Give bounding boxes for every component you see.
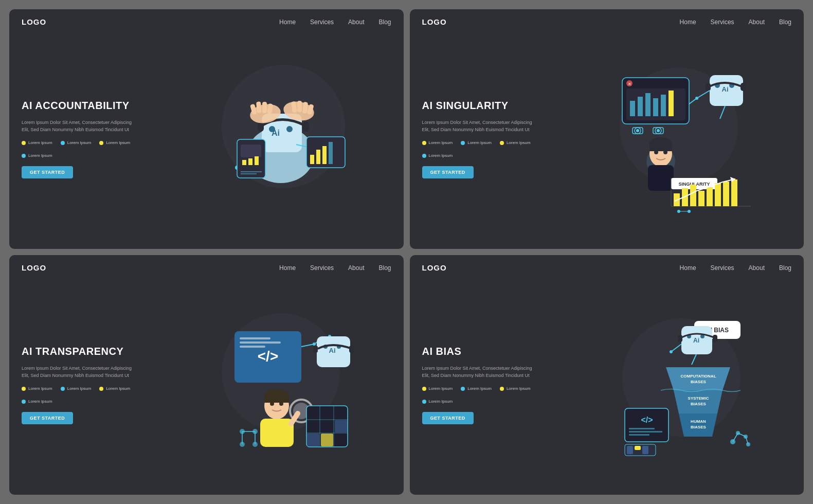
card-ai-singularity: LOGO Home Services About Blog AI SINGULA… xyxy=(410,9,804,249)
content-4: AI BIAS Lorem Ipsum Dolor Sit Amet, Cons… xyxy=(410,280,804,495)
svg-rect-137 xyxy=(713,335,717,342)
svg-rect-66 xyxy=(649,143,672,151)
dot-item-4d: Lorem Ipsum xyxy=(422,399,453,404)
dot-item-3d: Lorem Ipsum xyxy=(22,399,52,404)
svg-rect-52 xyxy=(638,97,643,116)
nav-services-3[interactable]: Services xyxy=(310,264,334,272)
nav-about-4[interactable]: About xyxy=(749,264,765,272)
nav-blog-4[interactable]: Blog xyxy=(779,264,791,272)
svg-transparency: </> Ai xyxy=(186,305,360,460)
nav-about-2[interactable]: About xyxy=(749,19,765,26)
dot-item-3c: Lorem Ipsum xyxy=(99,386,130,391)
nav-home-4[interactable]: Home xyxy=(680,264,696,272)
dots-3: Lorem Ipsum Lorem Ipsum Lorem Ipsum Lore… xyxy=(22,386,155,404)
svg-rect-103 xyxy=(260,419,294,447)
svg-text:COMPUTATIONAL: COMPUTATIONAL xyxy=(680,374,716,379)
nav-links-1: Home Services About Blog xyxy=(279,19,391,26)
svg-rect-91 xyxy=(240,346,265,348)
svg-rect-154 xyxy=(629,434,649,436)
cta-button-4[interactable]: GET STARTED xyxy=(422,412,474,424)
cta-button-1[interactable]: GET STARTED xyxy=(22,166,73,178)
nav-blog-2[interactable]: Blog xyxy=(779,19,791,26)
svg-text:✕: ✕ xyxy=(627,82,631,86)
svg-point-125 xyxy=(252,442,258,447)
card-ai-accountability: LOGO Home Services About Blog AI ACCOUNT… xyxy=(9,9,404,249)
nav-services-2[interactable]: Services xyxy=(711,19,734,26)
content-1: AI ACCOUNTABILITY Lorem Ipsum Dolor Sit … xyxy=(9,34,404,249)
svg-rect-30 xyxy=(241,145,261,157)
svg-rect-31 xyxy=(242,160,246,165)
svg-text:Ai: Ai xyxy=(721,85,728,93)
dot-yellow-1c xyxy=(99,141,103,145)
title-4: AI BIAS xyxy=(422,346,556,357)
nav-services-4[interactable]: Services xyxy=(711,264,734,272)
svg-point-140 xyxy=(670,350,673,353)
left-4: AI BIAS Lorem Ipsum Dolor Sit Amet, Cons… xyxy=(422,280,556,484)
svg-rect-90 xyxy=(240,341,281,344)
dot-yellow-2c xyxy=(500,141,504,145)
svg-rect-27 xyxy=(322,146,327,164)
nav-home-3[interactable]: Home xyxy=(279,264,296,272)
svg-rect-56 xyxy=(669,91,674,116)
logo-4: LOGO xyxy=(422,263,447,272)
nav-home-1[interactable]: Home xyxy=(279,19,296,26)
svg-rect-21 xyxy=(297,101,302,112)
svg-rect-77 xyxy=(698,191,704,206)
svg-rect-101 xyxy=(313,346,318,353)
svg-rect-118 xyxy=(307,434,319,446)
content-3: AI TRANSPARENCY Lorem Ipsum Dolor Sit Am… xyxy=(9,280,404,495)
svg-rect-157 xyxy=(635,446,641,450)
svg-point-107 xyxy=(270,402,274,406)
dot-item-3a: Lorem Ipsum xyxy=(22,386,52,391)
svg-rect-136 xyxy=(678,335,682,342)
left-1: AI ACCOUNTABILITY Lorem Ipsum Dolor Sit … xyxy=(22,34,155,239)
svg-point-68 xyxy=(663,150,667,154)
nav-blog-1[interactable]: Blog xyxy=(378,19,391,26)
svg-rect-156 xyxy=(627,446,633,454)
svg-rect-55 xyxy=(661,95,666,116)
svg-text:Ai: Ai xyxy=(693,337,699,344)
svg-rect-32 xyxy=(248,158,252,165)
svg-point-61 xyxy=(657,129,660,132)
title-1: AI ACCOUNTABILITY xyxy=(22,100,155,112)
dot-blue-4b xyxy=(461,387,465,391)
navbar-3: LOGO Home Services About Blog xyxy=(9,255,404,280)
illustration-4: AI BIAS Ai COMPUTATIONAL BIASES xyxy=(556,280,792,484)
nav-services-1[interactable]: Services xyxy=(310,19,334,26)
title-3: AI TRANSPARENCY xyxy=(22,346,155,357)
dot-item-1b: Lorem Ipsum xyxy=(61,140,92,145)
cta-button-3[interactable]: GET STARTED xyxy=(22,412,73,424)
desc-4: Lorem Ipsum Dolor Sit Amet, Consectetuer… xyxy=(422,365,556,380)
dot-blue-1d xyxy=(22,154,26,158)
cta-button-2[interactable]: GET STARTED xyxy=(422,166,474,178)
svg-rect-51 xyxy=(630,101,635,116)
svg-rect-25 xyxy=(310,155,314,164)
svg-rect-78 xyxy=(707,187,713,206)
svg-text:</>: </> xyxy=(258,348,278,364)
svg-rect-80 xyxy=(723,182,729,206)
nav-links-4: Home Services About Blog xyxy=(680,264,791,272)
desc-2: Lorem Ipsum Dolor Sit Amet, Consectetuer… xyxy=(422,119,556,134)
nav-about-1[interactable]: About xyxy=(348,19,364,26)
illustration-1: Ai xyxy=(155,34,391,239)
dot-item-2a: Lorem Ipsum xyxy=(422,140,453,145)
svg-rect-150 xyxy=(625,408,669,442)
card-ai-bias: LOGO Home Services About Blog AI BIAS Lo… xyxy=(410,255,804,495)
svg-rect-79 xyxy=(715,183,721,206)
dot-yellow-1a xyxy=(22,141,26,145)
nav-blog-3[interactable]: Blog xyxy=(378,264,391,272)
dot-item-2d: Lorem Ipsum xyxy=(422,153,453,158)
dot-blue-3d xyxy=(22,400,26,404)
dot-blue-4d xyxy=(422,400,426,404)
dot-blue-2d xyxy=(422,154,426,158)
dot-yellow-3a xyxy=(22,387,26,391)
svg-point-127 xyxy=(240,442,245,447)
illustration-3: </> Ai xyxy=(155,280,391,484)
svg-rect-158 xyxy=(642,446,648,454)
nav-about-3[interactable]: About xyxy=(348,264,364,272)
dot-item-2c: Lorem Ipsum xyxy=(500,140,531,145)
dot-item-4c: Lorem Ipsum xyxy=(500,386,531,391)
nav-home-2[interactable]: Home xyxy=(680,19,696,26)
svg-text:BIASES: BIASES xyxy=(691,402,706,406)
desc-3: Lorem Ipsum Dolor Sit Amet, Consectetuer… xyxy=(22,365,155,380)
